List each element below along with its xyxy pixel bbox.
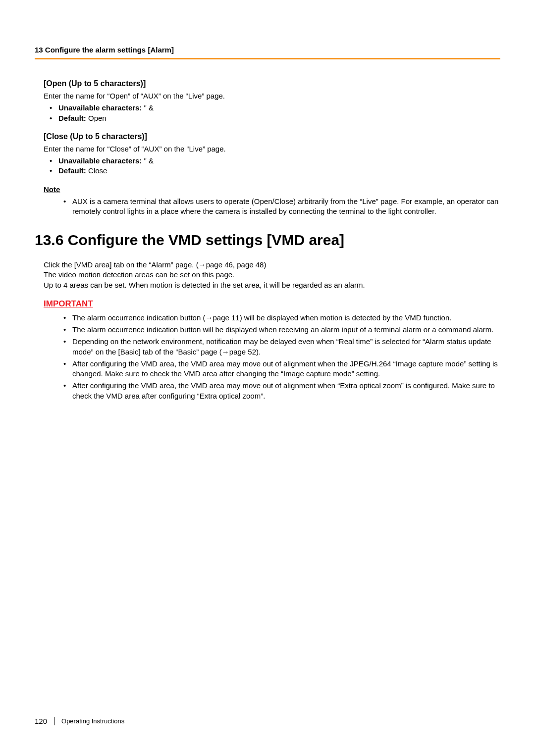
open-bullet-default-value: Open [88, 114, 107, 122]
open-bullet-unavailable-label: Unavailable characters: [58, 103, 144, 112]
close-subsection-title: [Close (Up to 5 characters)] [44, 132, 500, 141]
page-container: 13 Configure the alarm settings [Alarm] … [0, 0, 535, 756]
close-bullet-unavailable: Unavailable characters: " & [44, 156, 500, 166]
close-bullet-unavailable-value: " & [144, 156, 154, 165]
close-bullet-list: Unavailable characters: " & Default: Clo… [44, 156, 500, 176]
intro-line3: Up to 4 areas can be set. When motion is… [44, 281, 365, 289]
open-bullet-unavailable-value: " & [144, 103, 154, 112]
intro-line1a: Click the [VMD area] tab on the “Alarm” … [44, 260, 199, 269]
note-list: AUX is a camera terminal that allows use… [58, 197, 500, 217]
note-label: Note [44, 185, 500, 194]
header-divider [35, 58, 500, 59]
important-label: IMPORTANT [44, 299, 500, 309]
open-bullet-default: Default: Open [44, 113, 500, 123]
note-item: AUX is a camera terminal that allows use… [58, 197, 500, 217]
open-bullet-list: Unavailable characters: " & Default: Ope… [44, 103, 500, 123]
section-heading: 13.6 Configure the VMD settings [VMD are… [35, 231, 500, 249]
open-bullet-unavailable: Unavailable characters: " & [44, 103, 500, 113]
page-number: 120 [35, 717, 54, 725]
close-bullet-default: Default: Close [44, 166, 500, 176]
open-subsection-title: [Open (Up to 5 characters)] [44, 79, 500, 88]
running-header: 13 Configure the alarm settings [Alarm] [35, 46, 500, 54]
intro-line1b: page 46, page 48) [206, 260, 267, 269]
intro-line2: The video motion detection areas can be … [44, 270, 234, 279]
important-item-1a: The alarm occurrence indication button ( [72, 313, 205, 322]
arrow-icon: → [199, 260, 206, 269]
important-item-3b: page 52). [229, 348, 261, 356]
open-description: Enter the name for “Open” of “AUX” on th… [44, 91, 500, 101]
close-description: Enter the name for “Close” of “AUX” on t… [44, 144, 500, 154]
important-item-1: The alarm occurrence indication button (… [58, 313, 500, 323]
arrow-icon: → [222, 348, 229, 356]
close-bullet-default-value: Close [88, 166, 107, 175]
important-item-4: After configuring the VMD area, the VMD … [58, 359, 500, 379]
close-bullet-default-label: Default: [58, 166, 88, 175]
arrow-icon: → [205, 313, 213, 322]
important-item-3: Depending on the network environment, no… [58, 337, 500, 357]
footer-label: Operating Instructions [61, 717, 124, 725]
important-item-2: The alarm occurrence indication button w… [58, 325, 500, 335]
important-list: The alarm occurrence indication button (… [58, 313, 500, 401]
important-item-1b: page 11) will be displayed when motion i… [213, 313, 451, 322]
section-intro: Click the [VMD area] tab on the “Alarm” … [44, 260, 500, 290]
important-item-5: After configuring the VMD area, the VMD … [58, 381, 500, 401]
open-bullet-default-label: Default: [58, 114, 88, 122]
important-item-3a: Depending on the network environment, no… [72, 337, 491, 355]
page-footer: 120 Operating Instructions [35, 717, 124, 725]
close-bullet-unavailable-label: Unavailable characters: [58, 156, 144, 165]
